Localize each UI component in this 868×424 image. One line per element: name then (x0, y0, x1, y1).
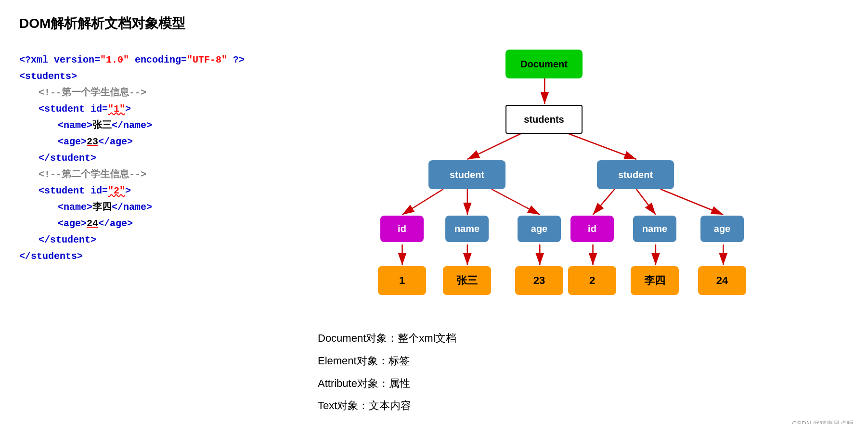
node-val2-id: 2 (568, 266, 616, 295)
xml-line-student1-close: </student> (39, 150, 318, 167)
node-val1-id: 1 (378, 266, 426, 295)
xml-line-students-close: </students> (19, 248, 318, 265)
xml-line-comment2: <!--第二个学生信息--> (39, 167, 318, 183)
xml-line-pi: <?xml version="1.0" encoding="UTF-8" ?> (19, 52, 318, 68)
xml-line-student2-open: <student id="2"> (39, 183, 318, 199)
xml-line-comment1: <!--第一个学生信息--> (39, 85, 318, 101)
svg-line-4 (402, 189, 443, 215)
xml-line-student1-open: <student id="1"> (39, 101, 318, 117)
xml-line-student2-close: </student> (39, 232, 318, 248)
node-student2: student (597, 160, 674, 189)
node-name1: name (445, 216, 489, 242)
page-title: DOM解析解析文档对象模型 (19, 14, 849, 33)
node-id1: id (380, 216, 424, 242)
legend-element: Element对象：标签 (318, 354, 849, 369)
node-val2-name: 李四 (631, 266, 679, 295)
diagram-section: Document students student student id nam… (318, 47, 849, 421)
legend-text: Text对象：文本内容 (318, 398, 849, 413)
node-age1: age (518, 216, 561, 242)
node-val1-age: 23 (515, 266, 563, 295)
svg-line-8 (636, 189, 656, 215)
node-id2: id (570, 216, 614, 242)
node-val1-name: 张三 (443, 266, 491, 295)
node-student1: student (428, 160, 505, 189)
svg-line-6 (492, 189, 540, 215)
xml-line-age1: <age>23</age> (58, 134, 318, 150)
node-name2: name (633, 216, 676, 242)
xml-line-name2: <name>李四</name> (58, 199, 318, 216)
xml-line-name1: <name>张三</name> (58, 117, 318, 134)
xml-code-section: <?xml version="1.0" encoding="UTF-8" ?> … (19, 47, 318, 421)
svg-line-9 (661, 189, 723, 215)
svg-line-3 (569, 134, 636, 159)
tree-diagram: Document students student student id nam… (318, 47, 849, 326)
svg-line-2 (467, 134, 520, 159)
legend-section: Document对象：整个xml文档 Element对象：标签 Attribut… (318, 331, 849, 413)
svg-line-7 (593, 189, 615, 215)
node-students: students (505, 105, 583, 134)
watermark: CSDN @猪崽早点睡 (792, 420, 854, 424)
node-document: Document (505, 50, 583, 78)
node-age2: age (700, 216, 744, 242)
legend-document: Document对象：整个xml文档 (318, 331, 849, 346)
xml-line-students-open: <students> (19, 68, 318, 85)
node-val2-age: 24 (698, 266, 746, 295)
xml-line-age2: <age>24</age> (58, 216, 318, 232)
legend-attribute: Attribute对象：属性 (318, 376, 849, 391)
